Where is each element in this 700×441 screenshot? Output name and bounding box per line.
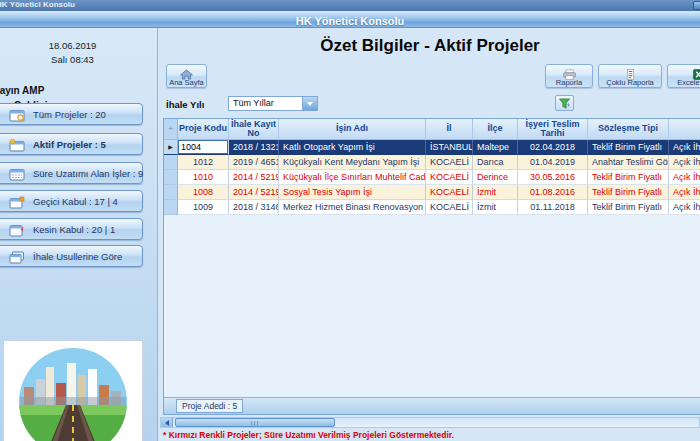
table-cell[interactable]: 02.04.2018 xyxy=(518,140,588,155)
grid-empty-area xyxy=(164,215,700,397)
table-cell[interactable]: KOCAELİ xyxy=(426,155,473,170)
welcome-user: Sayın AMP xyxy=(0,85,44,96)
export-excel-button[interactable]: Excele Aktar xyxy=(667,64,700,88)
table-cell[interactable]: Teklif Birim Fiyatlı xyxy=(588,170,669,185)
table-cell[interactable]: Maltepe xyxy=(473,140,518,155)
table-cell[interactable]: İzmit xyxy=(473,185,518,200)
scrollbar-thumb[interactable] xyxy=(175,418,335,427)
table-cell[interactable]: 01.08.2016 xyxy=(518,185,588,200)
window-control-icon[interactable] xyxy=(693,1,700,10)
table-cell[interactable]: 1008 xyxy=(178,185,229,200)
company-logo xyxy=(3,340,143,441)
column-header-ihale-kayit-no[interactable]: İhale Kayıt No xyxy=(229,119,279,139)
home-icon xyxy=(179,66,194,77)
row-indicator[interactable] xyxy=(164,200,178,215)
table-cell[interactable]: Anahtar Teslimi Götürü Bed xyxy=(588,155,669,170)
table-cell[interactable]: Darıca xyxy=(473,155,518,170)
table-row[interactable]: ▶10042018 / 1321Katlı Otopark Yapım İşiİ… xyxy=(164,140,700,155)
active-projects-icon xyxy=(9,138,25,151)
sidebar-item-active-projects[interactable]: Aktif Projeler : 5 xyxy=(0,133,143,155)
column-header-sozlesme-tipi[interactable]: Sözleşme Tipi xyxy=(588,119,669,139)
multi-report-button[interactable]: Çoklu Raporla xyxy=(598,64,662,88)
table-cell[interactable]: Derince xyxy=(473,170,518,185)
table-cell[interactable]: Katlı Otopark Yapım İşi xyxy=(279,140,426,155)
table-cell[interactable]: Teklif Birim Fiyatlı xyxy=(588,140,669,155)
row-indicator[interactable] xyxy=(164,155,178,170)
column-header-isyeri-teslim-tarihi[interactable]: İşyeri Teslim Tarihi xyxy=(518,119,588,139)
funnel-icon xyxy=(558,98,571,109)
table-cell[interactable]: 2018 / 1321 xyxy=(229,140,279,155)
table-cell[interactable]: Açık İhale Usulü xyxy=(669,155,700,170)
column-header-il[interactable]: İl xyxy=(426,119,473,139)
tender-year-value: Tüm Yıllar xyxy=(229,97,302,110)
table-cell[interactable]: İzmit xyxy=(473,200,518,215)
table-cell[interactable]: Açık İhale Usulü xyxy=(669,200,700,215)
table-row[interactable]: 10102014 / 5219Küçükyalı İlçe Sınırları … xyxy=(164,170,700,185)
column-header-ihale-usulu[interactable]: İhale Usulü xyxy=(669,119,700,139)
sidebar-item-provisional-acceptance[interactable]: Geçici Kabul : 17 | 4 xyxy=(0,190,143,212)
selected-row-indicator[interactable]: ▶ xyxy=(164,140,178,155)
table-cell[interactable]: KOCAELİ xyxy=(426,200,473,215)
window-titlebar: HK Yönetici Konsolu xyxy=(0,0,700,11)
grid-footer: Proje Adedi : 5 xyxy=(164,397,700,414)
printer-icon xyxy=(562,66,577,77)
time-extension-icon xyxy=(9,167,25,180)
table-cell[interactable]: 2014 / 5219 xyxy=(229,185,279,200)
table-row[interactable]: 10082014 / 5219Sosyal Tesis Yapım İşiKOC… xyxy=(164,185,700,200)
table-row[interactable]: 10122019 / 4651Küçükyalı Kent Meydanı Ya… xyxy=(164,155,700,170)
scroll-left-button[interactable] xyxy=(161,418,173,427)
multi-report-button-label: Çoklu Raporla xyxy=(606,78,654,87)
table-cell[interactable]: 2014 / 5219 xyxy=(229,170,279,185)
column-header-ilce[interactable]: İlçe xyxy=(473,119,518,139)
table-cell[interactable]: 1004 xyxy=(178,140,229,155)
table-cell[interactable]: 01.04.2019 xyxy=(518,155,588,170)
table-cell[interactable]: 1010 xyxy=(178,170,229,185)
table-cell[interactable]: Teklif Birim Fiyatlı xyxy=(588,185,669,200)
table-cell[interactable]: Sosyal Tesis Yapım İşi xyxy=(279,185,426,200)
table-cell[interactable]: Küçükyalı Kent Meydanı Yapım İşi xyxy=(279,155,426,170)
table-cell[interactable]: Açık İhale Usulü xyxy=(669,170,700,185)
table-cell[interactable]: 30.05.2016 xyxy=(518,170,588,185)
sidebar-item-label: Süre Uzatımı Alan İşler : 9 xyxy=(33,168,143,179)
table-cell[interactable]: 1009 xyxy=(178,200,229,215)
sidebar-item-final-acceptance[interactable]: Kesin Kabul : 20 | 1 xyxy=(0,218,143,240)
current-day-time: Salı 08:43 xyxy=(0,54,145,65)
grid-rows: ▶10042018 / 1321Katlı Otopark Yapım İşiİ… xyxy=(164,140,700,215)
table-cell[interactable]: KOCAELİ xyxy=(426,170,473,185)
table-cell[interactable]: Merkez Hizmet Binası Renovasyon Yapım İş… xyxy=(279,200,426,215)
grid-corner-marker[interactable]: + xyxy=(164,119,178,139)
home-button[interactable]: Ana Sayfa xyxy=(166,64,207,88)
column-header-isin-adi[interactable]: İşin Adı xyxy=(279,119,426,139)
table-cell[interactable]: Teklif Birim Fiyatlı xyxy=(588,200,669,215)
row-indicator[interactable] xyxy=(164,170,178,185)
report-button[interactable]: Raporla xyxy=(545,64,593,88)
table-cell[interactable]: KOCAELİ xyxy=(426,185,473,200)
table-cell[interactable]: 1012 xyxy=(178,155,229,170)
sidebar-item-label: Geçici Kabul : 17 | 4 xyxy=(33,196,118,207)
sidebar-item-time-extension[interactable]: Süre Uzatımı Alan İşler : 9 xyxy=(0,162,143,184)
application-window: HK Yönetici Konsolu HK Yönetici Konsolu … xyxy=(0,0,700,441)
projects-grid: + Proje Kodu İhale Kayıt No İşin Adı İl … xyxy=(163,118,700,415)
table-cell[interactable]: Açık İhale Usulü xyxy=(669,140,700,155)
table-cell[interactable]: 2018 / 3146 xyxy=(229,200,279,215)
sidebar-item-tender-methods[interactable]: İhale Usullerine Göre xyxy=(0,245,143,267)
table-row[interactable]: 10092018 / 3146Merkez Hizmet Binası Reno… xyxy=(164,200,700,215)
page-title: Özet Bilgiler - Aktif Projeler xyxy=(160,36,700,56)
table-cell[interactable]: 01.11.2018 xyxy=(518,200,588,215)
table-cell[interactable]: Küçükyalı İlçe Sınırları Muhtelif Cadde … xyxy=(279,170,426,185)
horizontal-scrollbar[interactable] xyxy=(160,417,700,428)
tender-year-select[interactable]: Tüm Yıllar xyxy=(228,96,318,111)
table-cell[interactable]: İSTANBUL xyxy=(426,140,473,155)
final-acceptance-icon xyxy=(9,223,25,236)
row-indicator[interactable] xyxy=(164,185,178,200)
tender-year-label: İhale Yılı xyxy=(166,99,204,110)
table-cell[interactable]: 2019 / 4651 xyxy=(229,155,279,170)
table-cell[interactable]: Açık İhale Usulü xyxy=(669,185,700,200)
column-header-proje-kodu[interactable]: Proje Kodu xyxy=(178,119,229,139)
sidebar-item-all-projects[interactable]: Tüm Projeler : 20 xyxy=(0,103,143,125)
grid-header-row: + Proje Kodu İhale Kayıt No İşin Adı İl … xyxy=(164,119,700,140)
combo-dropdown-button[interactable] xyxy=(302,97,317,110)
grid-filter-button[interactable] xyxy=(555,95,574,111)
tender-methods-icon xyxy=(9,250,25,263)
scrollbar-grip xyxy=(251,421,259,426)
